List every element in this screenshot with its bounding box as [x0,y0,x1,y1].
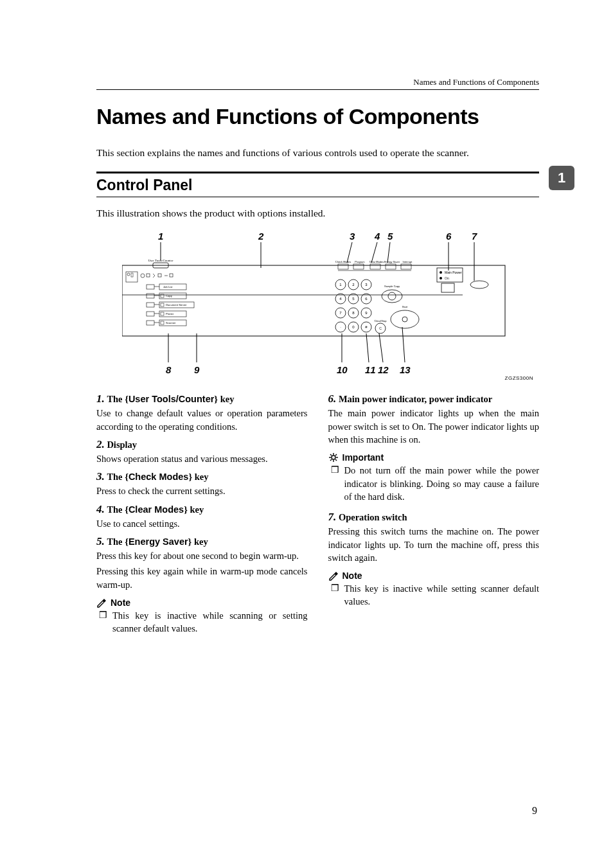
figure-id: ZGZS300N [505,375,533,381]
gear-icon [328,452,339,463]
item-5-body-b: Pressing this key again while in warm-up… [96,565,308,591]
note-text-2: ❒ This key is inactive while setting sca… [328,582,540,608]
svg-text:User Tools/Counter: User Tools/Counter [148,259,173,262]
callout-11: 11 [365,364,376,375]
svg-rect-57 [401,264,411,269]
svg-rect-56 [386,264,396,269]
svg-text:Clear/Stop: Clear/Stop [375,319,387,323]
svg-text:Clear Modes: Clear Modes [369,260,384,263]
svg-point-17 [127,273,130,276]
svg-text:8: 8 [352,311,355,315]
chapter-tab: 1 [549,166,574,190]
note-row-2: Note [328,571,540,581]
svg-text:Job List: Job List [163,285,173,288]
figure-wrap: 1 2 3 4 5 6 7 8 9 10 11 12 13 [122,231,539,378]
page: Names and Functions of Components Names … [0,0,613,635]
section-heading: Control Panel [96,177,539,194]
svg-text:Program: Program [355,260,365,263]
svg-text:Sample Copy: Sample Copy [384,285,400,288]
note-text: ❒ This key is inactive while scanning or… [96,609,308,635]
pencil-icon [96,598,107,608]
columns: 1. The {User Tools/Counter} key Use to c… [96,387,539,635]
svg-point-19 [141,274,145,278]
svg-text:·: · [340,325,341,329]
item-5-body-a: Press this key for about one second to b… [96,549,308,562]
svg-text:2: 2 [352,283,355,287]
svg-point-87 [391,310,419,328]
svg-rect-37 [147,312,154,316]
callout-3: 3 [350,231,355,242]
svg-text:Printer: Printer [166,312,174,315]
callout-4: 4 [375,231,380,242]
svg-rect-54 [353,264,364,269]
svg-text:0: 0 [352,325,355,329]
callout-7: 7 [472,231,477,242]
svg-rect-47 [206,269,332,332]
important-text: ❒ Do not turn off the main power while t… [328,464,540,503]
page-number: 9 [532,805,537,817]
item-4-body: Use to cancel settings. [96,517,308,530]
item-6-body: The main power indicator lights up when … [328,407,540,446]
svg-rect-21 [158,274,161,277]
svg-text:Energy Saver: Energy Saver [384,260,400,263]
running-header: Names and Functions of Components [96,77,539,90]
svg-rect-42 [147,321,154,325]
svg-point-95 [440,277,442,279]
svg-text:9: 9 [365,311,368,315]
svg-text:5: 5 [352,297,355,301]
svg-text:Start: Start [402,305,408,308]
svg-line-106 [335,459,337,461]
svg-line-105 [330,454,332,456]
right-column: 6. Main power indicator, power indicator… [328,387,540,635]
svg-text:4: 4 [339,297,342,301]
item-2-head: 2. Display [96,438,308,451]
intro-text: This section explains the names and func… [96,146,539,160]
svg-line-12 [402,327,405,362]
page-title: Names and Functions of Components [96,104,539,129]
item-1-body: Use to change default values or operatio… [96,407,308,433]
svg-rect-40 [161,312,164,315]
callout-13: 13 [400,364,411,375]
item-3-head: 3. The {Check Modes} key [96,470,308,483]
svg-text:3: 3 [365,283,368,287]
callout-5: 5 [387,231,393,242]
callout-2: 2 [258,231,263,242]
svg-rect-22 [170,274,173,277]
callout-1: 1 [158,231,163,242]
svg-text:Document Server: Document Server [166,303,187,306]
svg-text:#: # [365,325,368,329]
svg-text:Interrupt: Interrupt [403,260,413,263]
svg-rect-55 [370,264,380,269]
svg-point-88 [402,317,407,322]
note-label: Note [111,598,130,608]
callout-10: 10 [337,364,348,375]
callout-8: 8 [166,364,171,375]
item-4-head: 4. The {Clear Modes} key [96,503,308,516]
svg-line-11 [379,333,383,362]
control-panel-figure: 1 2 3 4 5 6 7 8 9 10 11 12 13 [122,231,520,378]
svg-point-100 [332,456,335,459]
svg-text:6: 6 [365,297,368,301]
item-6-head: 6. Main power indicator, power indicator [328,393,540,405]
svg-text:1: 1 [339,283,342,287]
rule [96,172,539,173]
rule [96,197,539,197]
svg-point-99 [470,281,488,288]
callout-6: 6 [446,231,451,242]
note-label-2: Note [342,571,362,581]
svg-rect-27 [147,294,154,298]
svg-text:C: C [379,326,382,330]
svg-rect-53 [338,264,348,269]
svg-rect-35 [161,303,164,306]
svg-line-10 [366,333,369,362]
svg-text:Scanner: Scanner [166,321,176,324]
svg-rect-97 [441,283,454,292]
figure-caption: This illustration shows the product with… [96,208,539,219]
item-7-body: Pressing this switch turns the machine o… [328,525,540,564]
svg-text:Main Power: Main Power [445,270,462,274]
callout-9: 9 [194,364,199,375]
left-column: 1. The {User Tools/Counter} key Use to c… [96,387,308,635]
svg-line-107 [330,459,332,461]
svg-text:Check Modes: Check Modes [335,260,351,263]
svg-line-108 [335,454,337,456]
